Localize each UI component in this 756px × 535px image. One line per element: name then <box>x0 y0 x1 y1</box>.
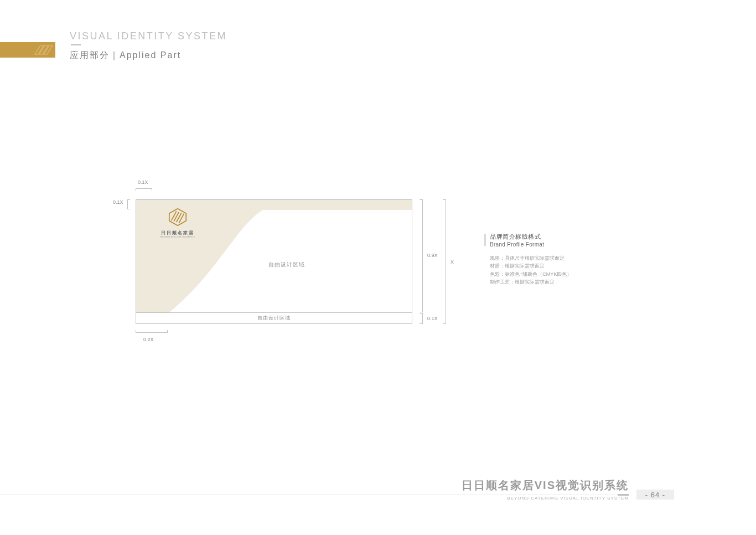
craft-line: 制作工艺：根据实际需求而定 <box>490 278 656 286</box>
footer-brand-sub: BEYOND CATERIMG VISUAL IDENTITY SYSTEM <box>507 496 629 501</box>
header-gold-tab <box>0 42 55 58</box>
footer-page-number: - 64 - <box>639 491 672 499</box>
diagram-logo: 日日顺名家居 RIRISHUN BOUTIQUE HOUSEHOLD <box>153 208 203 238</box>
description-title-en: Brand Profile Format <box>490 241 656 248</box>
dim-right-total-bracket <box>443 199 446 324</box>
material-line: 材质：根据实际需求而定 <box>490 262 656 270</box>
header-subtitle: 应用部分｜Applied Part <box>70 50 181 61</box>
hexagon-logo-icon <box>167 208 188 227</box>
header-divider <box>71 44 81 45</box>
dim-right-total-label: X <box>451 259 454 265</box>
dim-top-label: 0.1X <box>138 179 148 185</box>
dim-bottom-label: 0.2X <box>143 337 154 342</box>
color-line: 色彩：标准色+辅助色（CMYK四色） <box>490 270 656 278</box>
header-tab-icon <box>33 43 53 56</box>
dim-right-main-label: 0.9X <box>427 253 438 258</box>
description-body: 规格：具体尺寸根据实际需求而定 材质：根据实际需求而定 色彩：标准色+辅助色（C… <box>490 254 656 286</box>
dim-left-tick <box>127 199 130 209</box>
dim-right-main-bracket <box>420 199 423 312</box>
dim-left-label: 0.1X <box>113 199 123 205</box>
spec-line: 规格：具体尺寸根据实际需求而定 <box>490 254 656 262</box>
dim-right-bottom-label: 0.1X <box>427 316 438 321</box>
footer-brand-title: 日日顺名家居VIS视觉识别系统 <box>462 478 629 493</box>
description-accent-bar <box>484 234 486 246</box>
dim-bottom-tick <box>136 330 168 333</box>
logo-brand-name-en: RIRISHUN BOUTIQUE HOUSEHOLD <box>156 236 200 238</box>
dim-top-tick <box>136 188 152 191</box>
footer-rule <box>0 495 629 495</box>
free-design-area-bottom: 自由设计区域 <box>257 315 291 322</box>
header-title: VISUAL IDENTITY SYSTEM <box>70 30 227 42</box>
dim-right-bottom-bracket <box>420 313 423 324</box>
description-block: 品牌简介标版格式 Brand Profile Format 规格：具体尺寸根据实… <box>490 233 656 286</box>
free-design-area-main: 自由设计区域 <box>268 261 305 269</box>
description-title-cn: 品牌简介标版格式 <box>490 233 656 241</box>
brand-profile-diagram: 日日顺名家居 RIRISHUN BOUTIQUE HOUSEHOLD 自由设计区… <box>136 199 412 324</box>
logo-brand-name-cn: 日日顺名家居 <box>153 230 203 236</box>
diagram-bottom-bar: 自由设计区域 <box>136 312 412 323</box>
page-footer: 日日顺名家居VIS视觉识别系统 BEYOND CATERIMG VISUAL I… <box>0 474 756 507</box>
